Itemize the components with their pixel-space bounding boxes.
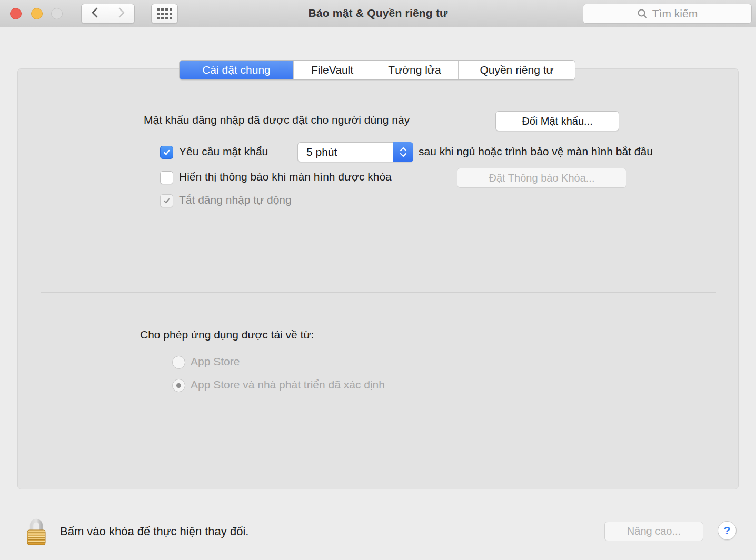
checkmark-icon [163, 197, 171, 205]
tab-general[interactable]: Cài đặt chung [180, 61, 293, 79]
radio-app-store-identified [172, 379, 185, 392]
show-message-checkbox[interactable] [160, 171, 173, 184]
search-placeholder: Tìm kiếm [652, 7, 698, 20]
tab-bar: Cài đặt chung FileVault Tường lửa Quyền … [179, 60, 575, 80]
require-password-suffix: sau khi ngủ hoặc trình bảo vệ màn hình b… [419, 145, 653, 158]
help-button[interactable]: ? [718, 521, 737, 540]
security-preferences-window: Bảo mật & Quyền riêng tư Tìm kiếm Cài đặ… [0, 0, 756, 560]
delay-select[interactable]: 5 phút [297, 142, 413, 162]
content-panel [17, 68, 739, 489]
search-icon [637, 8, 648, 19]
change-password-button[interactable]: Đổi Mật khẩu... [495, 111, 619, 131]
lock-hint-label: Bấm vào khóa để thực hiện thay đổi. [60, 525, 248, 538]
require-password-label: Yêu cầu mật khẩu [179, 145, 268, 158]
radio-app-store-label: App Store [191, 355, 240, 368]
search-input[interactable]: Tìm kiếm [583, 4, 752, 24]
disable-auto-login-checkbox [160, 194, 173, 207]
section-divider [41, 292, 716, 293]
titlebar: Bảo mật & Quyền riêng tư Tìm kiếm [0, 0, 756, 27]
radio-app-store [172, 356, 185, 369]
tab-firewall[interactable]: Tường lửa [371, 61, 458, 79]
delay-select-value: 5 phút [298, 146, 393, 158]
checkmark-icon [163, 148, 171, 156]
disable-auto-login-label: Tắt đăng nhập tự động [179, 194, 292, 206]
updown-stepper-icon [393, 142, 413, 162]
allow-apps-heading: Cho phép ứng dụng được tải về từ: [140, 328, 314, 341]
radio-app-store-identified-label: App Store và nhà phát triển đã xác định [191, 378, 385, 391]
set-lock-message-button: Đặt Thông báo Khóa... [457, 168, 626, 188]
tab-filevault[interactable]: FileVault [293, 61, 371, 79]
question-mark-icon: ? [724, 524, 731, 537]
password-set-label: Mật khẩu đăng nhập đã được đặt cho người… [144, 114, 410, 126]
tab-privacy[interactable]: Quyền riêng tư [458, 61, 575, 79]
show-message-label: Hiển thị thông báo khi màn hình được khó… [179, 171, 392, 183]
lock-icon[interactable] [25, 516, 48, 546]
require-password-checkbox[interactable] [160, 146, 173, 159]
advanced-button: Nâng cao... [604, 522, 703, 541]
